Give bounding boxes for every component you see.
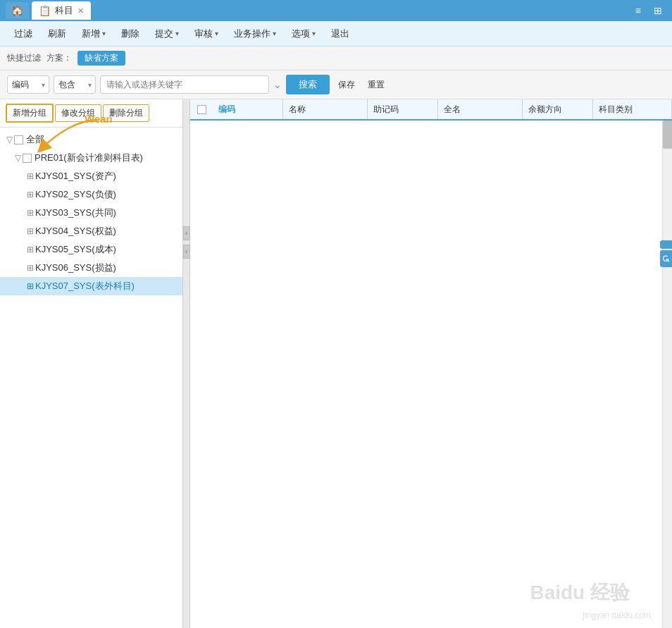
scrollbar-thumb[interactable] (663, 121, 672, 149)
field-select-wrapper: 编码 名称 助记码 ▾ (7, 75, 49, 94)
kjys01-toggle[interactable]: ⊞ (25, 171, 35, 181)
expand-search-icon[interactable]: ⌄ (273, 79, 282, 90)
th-code: 编码 (213, 99, 283, 119)
search-input[interactable] (100, 75, 269, 94)
toolbar-delete[interactable]: 删除 (114, 25, 147, 43)
kjys06-toggle[interactable]: ⊞ (25, 263, 35, 273)
kjys04-toggle[interactable]: ⊞ (25, 226, 35, 236)
side-tabs: 区 ↺ (660, 240, 672, 267)
th-name: 名称 (283, 99, 368, 119)
toolbar-add[interactable]: 新增▾ (75, 25, 113, 43)
side-tab-1[interactable]: 区 (660, 240, 672, 249)
tab-label: 科目 (55, 4, 73, 17)
add-group-button[interactable]: 新增分组 (6, 104, 54, 123)
pre01-toggle[interactable]: ▽ (13, 153, 23, 163)
scheme-label: 方案： (46, 52, 72, 64)
scrollbar-vertical[interactable] (662, 121, 672, 628)
root-toggle[interactable]: ▽ (4, 135, 14, 144)
review-arrow: ▾ (215, 30, 218, 37)
kjys04-label: KJYS04_SYS(权益) (35, 225, 178, 238)
tree-item-kjys07[interactable]: ⊞ KJYS07_SYS(表外科目) (0, 277, 182, 295)
tab-close[interactable]: ✕ (77, 6, 84, 16)
scheme-name[interactable]: 缺省方案 (77, 51, 125, 66)
toolbar-submit[interactable]: 提交▾ (148, 25, 186, 43)
search-bar: 编码 名称 助记码 ▾ 包含 等于 开始于 ▾ ⌄ 搜索 保存 重置 (0, 70, 672, 99)
active-tab[interactable]: 📋 科目 ✕ (32, 1, 91, 20)
tree-item-root[interactable]: ▽ 全部 (0, 130, 182, 149)
delete-group-button[interactable]: 删除分组 (103, 104, 149, 122)
right-panel: 编码 名称 助记码 全名 余额方向 科目类别 区 ↺ Baidu 经验 jing… (190, 99, 672, 628)
tree: ▽ 全部 ▽ PRE01(新会计准则科目表) ⊞ KJYS01_SYS(资产) … (0, 128, 182, 628)
condition-select-wrapper: 包含 等于 开始于 ▾ (54, 75, 96, 94)
submit-arrow: ▾ (175, 30, 179, 37)
collapse-left-btn[interactable]: ‹ (183, 245, 190, 259)
expand-btn[interactable]: ≡ (631, 4, 645, 18)
field-select[interactable]: 编码 名称 助记码 (7, 75, 49, 94)
splitter[interactable]: › ‹ (183, 99, 190, 628)
reset-button[interactable]: 重置 (363, 78, 389, 92)
grid-btn[interactable]: ⊞ (649, 4, 666, 18)
kjys06-label: KJYS06_SYS(损益) (35, 261, 178, 274)
filter-bar: 快捷过滤 方案： 缺省方案 (0, 47, 672, 70)
condition-select[interactable]: 包含 等于 开始于 (54, 75, 96, 94)
toolbar-options[interactable]: 选项▾ (285, 25, 323, 43)
table-header: 编码 名称 助记码 全名 余额方向 科目类别 (190, 99, 672, 121)
root-checkbox[interactable] (14, 135, 23, 144)
group-toolbar: 新增分组 修改分组 删除分组 (0, 99, 182, 128)
th-balance: 余额方向 (523, 99, 593, 119)
kjys07-toggle[interactable]: ⊞ (25, 281, 35, 291)
root-label: 全部 (26, 133, 178, 146)
side-tab-2[interactable]: ↺ (660, 250, 672, 267)
tree-item-kjys04[interactable]: ⊞ KJYS04_SYS(权益) (0, 222, 182, 240)
options-arrow: ▾ (312, 30, 316, 37)
table-body (190, 121, 672, 628)
kjys05-toggle[interactable]: ⊞ (25, 245, 35, 254)
save-button[interactable]: 保存 (334, 78, 359, 92)
main-content: 新增分组 修改分组 删除分组 ▽ 全部 ▽ PRE01(新会计准则科目表) ⊞ … (0, 99, 672, 628)
tree-item-pre01[interactable]: ▽ PRE01(新会计准则科目表) (0, 149, 182, 167)
toolbar-exit[interactable]: 退出 (324, 25, 356, 43)
toolbar: 过滤 刷新 新增▾ 删除 提交▾ 审核▾ 业务操作▾ 选项▾ 退出 (0, 21, 672, 47)
collapse-right-btn[interactable]: › (183, 226, 190, 240)
th-fullname: 全名 (438, 99, 523, 119)
filter-label: 快捷过滤 (7, 52, 41, 64)
business-arrow: ▾ (273, 30, 276, 37)
tree-item-kjys02[interactable]: ⊞ KJYS02_SYS(负债) (0, 185, 182, 204)
title-right-buttons: ≡ ⊞ (631, 4, 666, 18)
kjys05-label: KJYS05_SYS(成本) (35, 243, 178, 256)
toolbar-business[interactable]: 业务操作▾ (227, 25, 283, 43)
toolbar-refresh[interactable]: 刷新 (41, 25, 73, 43)
title-bar: 🏠 📋 科目 ✕ ≡ ⊞ (0, 0, 672, 21)
toolbar-filter[interactable]: 过滤 (7, 25, 39, 43)
tab-icon: 📋 (39, 5, 51, 16)
home-tab[interactable]: 🏠 (6, 2, 29, 19)
tree-item-kjys01[interactable]: ⊞ KJYS01_SYS(资产) (0, 167, 182, 185)
kjys02-toggle[interactable]: ⊞ (25, 190, 35, 199)
kjys03-toggle[interactable]: ⊞ (25, 208, 35, 218)
add-arrow: ▾ (102, 30, 106, 37)
toolbar-review[interactable]: 审核▾ (187, 25, 225, 43)
pre01-checkbox[interactable] (23, 154, 32, 163)
th-checkbox[interactable] (190, 105, 213, 114)
kjys03-label: KJYS03_SYS(共同) (35, 207, 178, 219)
tree-item-kjys06[interactable]: ⊞ KJYS06_SYS(损益) (0, 259, 182, 277)
th-mnemonic: 助记码 (368, 99, 438, 119)
th-type: 科目类别 (593, 99, 672, 119)
header-checkbox[interactable] (197, 105, 206, 114)
search-button[interactable]: 搜索 (286, 75, 330, 94)
tree-item-kjys03[interactable]: ⊞ KJYS03_SYS(共同) (0, 204, 182, 222)
kjys01-label: KJYS01_SYS(资产) (35, 170, 178, 183)
modify-group-button[interactable]: 修改分组 (55, 104, 101, 122)
kjys02-label: KJYS02_SYS(负债) (35, 188, 178, 201)
kjys07-label: KJYS07_SYS(表外科目) (35, 280, 178, 293)
tree-item-kjys05[interactable]: ⊞ KJYS05_SYS(成本) (0, 240, 182, 259)
pre01-label: PRE01(新会计准则科目表) (35, 152, 178, 164)
left-panel: 新增分组 修改分组 删除分组 ▽ 全部 ▽ PRE01(新会计准则科目表) ⊞ … (0, 99, 183, 628)
